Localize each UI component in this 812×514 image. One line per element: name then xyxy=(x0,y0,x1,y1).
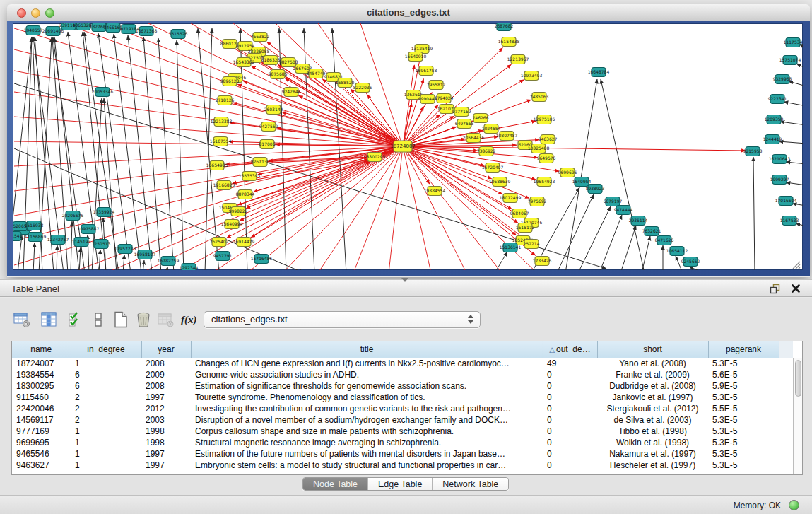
column-header-short[interactable]: short xyxy=(597,341,708,358)
column-header-title[interactable]: title xyxy=(191,341,543,358)
row-height-icon[interactable] xyxy=(89,310,107,329)
table-cell[interactable]: 18300295 xyxy=(12,380,71,392)
column-header-name[interactable]: name xyxy=(12,341,71,358)
table-row[interactable]: 946362711997Embryonic stem cells: a mode… xyxy=(12,460,793,471)
table-row[interactable]: 946554611997Estimation of the future num… xyxy=(12,448,793,460)
table-cell[interactable]: Stergiakouli et al. (2012) xyxy=(597,403,708,414)
float-panel-icon[interactable] xyxy=(770,284,781,294)
table-cell[interactable]: 6 xyxy=(71,380,141,392)
table-cell[interactable]: Franke et al. (2009) xyxy=(597,369,708,380)
table-cell[interactable]: 18724007 xyxy=(12,358,71,369)
table-cell[interactable]: 2008 xyxy=(141,380,191,392)
table-row[interactable]: 1456911722003Disruption of a novel membe… xyxy=(12,414,793,426)
column-header-out_de[interactable]: △out_de… xyxy=(543,341,597,358)
table-cell[interactable]: 0 xyxy=(543,369,597,380)
table-cell[interactable]: Genome-wide association studies in ADHD. xyxy=(191,369,543,380)
table-cell[interactable]: Changes of HCN gene expression and I(f) … xyxy=(191,358,543,369)
table-cell[interactable]: 5.3E-5 xyxy=(708,392,779,403)
table-cell[interactable]: Disruption of a novel member of a sodium… xyxy=(191,414,543,426)
table-select-dropdown[interactable]: citations_edges.txt xyxy=(204,311,481,328)
table-cell[interactable]: Estimation of significance thresholds fo… xyxy=(191,380,543,392)
table-row[interactable]: 2242004622012Investigating the contribut… xyxy=(12,403,793,414)
table-cell[interactable]: Investigating the contribution of common… xyxy=(191,403,543,414)
panel-divider-handle[interactable] xyxy=(401,278,408,282)
close-panel-icon[interactable] xyxy=(791,284,801,293)
table-cell[interactable]: 1 xyxy=(71,437,141,448)
table-cell[interactable]: 9463627 xyxy=(12,460,71,471)
table-cell[interactable]: 19384554 xyxy=(12,369,71,380)
table-cell[interactable]: 2009 xyxy=(141,369,191,380)
scrollbar-thumb[interactable] xyxy=(795,360,801,397)
column-header-year[interactable]: year xyxy=(141,341,191,358)
table-cell[interactable]: 5.3E-5 xyxy=(708,414,779,426)
network-canvas[interactable]: 1872400788601288912954232260589827503818… xyxy=(13,23,803,270)
table-cell[interactable]: Dudbridge et al. (2008) xyxy=(597,380,708,392)
table-cell[interactable]: 1997 xyxy=(141,460,191,471)
column-header-pagerank[interactable]: pagerank xyxy=(708,341,779,358)
table-cell[interactable]: 0 xyxy=(543,392,597,403)
table-row[interactable]: 1938455462009Genome-wide association stu… xyxy=(12,369,793,380)
table-cell[interactable]: 2012 xyxy=(141,403,191,414)
table-cell[interactable]: Corpus callosum shape and size in male p… xyxy=(191,426,543,437)
memory-status-icon[interactable] xyxy=(789,500,799,510)
table-cell[interactable]: 9465546 xyxy=(12,448,71,460)
table-cell[interactable]: 1998 xyxy=(141,437,191,448)
table-cell[interactable]: Jankovic et al. (1997) xyxy=(597,392,708,403)
table-cell[interactable]: 5.6E-5 xyxy=(708,369,779,380)
table-cell[interactable]: Yano et al. (2008) xyxy=(597,358,708,369)
select-columns-icon[interactable] xyxy=(66,310,85,329)
tab-network-table[interactable]: Network Table xyxy=(433,478,508,490)
table-cell[interactable]: 2 xyxy=(71,414,141,426)
table-cell[interactable]: 1 xyxy=(71,358,141,369)
table-cell[interactable]: 5.3E-5 xyxy=(708,437,779,448)
table-cell[interactable]: 9699695 xyxy=(12,437,71,448)
table-cell[interactable]: 1998 xyxy=(141,426,191,437)
table-cell[interactable]: 5.3E-5 xyxy=(708,358,779,369)
table-cell[interactable]: Embryonic stem cells: a model to study s… xyxy=(191,460,543,471)
table-row[interactable]: 1872400712008Changes of HCN gene express… xyxy=(12,358,793,369)
tab-edge-table[interactable]: Edge Table xyxy=(368,478,433,490)
table-cell[interactable]: 9777169 xyxy=(12,426,71,437)
resize-grip[interactable] xyxy=(791,259,802,269)
table-cell[interactable]: 2 xyxy=(71,403,141,414)
table-cell[interactable]: Wolkin et al. (1998) xyxy=(597,437,708,448)
table-cell[interactable]: 49 xyxy=(543,358,597,369)
table-cell[interactable]: 5.3E-5 xyxy=(708,460,779,471)
table-cell[interactable]: 0 xyxy=(543,403,597,414)
table-cell[interactable]: 0 xyxy=(543,380,597,392)
function-builder-icon[interactable]: f(x) xyxy=(181,310,199,329)
table-cell[interactable]: 0 xyxy=(543,460,597,471)
table-cell[interactable]: Nakamura et al. (1997) xyxy=(597,448,708,460)
column-header-in_degree[interactable]: in_degree xyxy=(71,341,141,358)
table-cell[interactable]: 14569117 xyxy=(12,414,71,426)
table-cell[interactable]: Hescheler et al. (1997) xyxy=(597,460,708,471)
tab-node-table[interactable]: Node Table xyxy=(303,478,368,490)
table-cell[interactable]: 1997 xyxy=(141,392,191,403)
table-cell[interactable]: 0 xyxy=(543,414,597,426)
table-cell[interactable]: 1 xyxy=(71,426,141,437)
vertical-scrollbar[interactable] xyxy=(793,358,802,474)
table-cell[interactable]: 22420046 xyxy=(12,403,71,414)
table-cell[interactable]: Structural magnetic resonance image aver… xyxy=(191,437,543,448)
window-titlebar[interactable]: citations_edges.txt xyxy=(7,4,810,21)
table-cell[interactable]: 5.5E-5 xyxy=(708,403,779,414)
table-cell[interactable]: 1 xyxy=(71,460,141,471)
table-cell[interactable]: 6 xyxy=(71,369,141,380)
table-cell[interactable]: de Silva et al. (2003) xyxy=(597,414,708,426)
table-cell[interactable]: 0 xyxy=(543,426,597,437)
table-cell[interactable]: 5.9E-5 xyxy=(708,380,779,392)
table-cell[interactable]: 5.3E-5 xyxy=(708,448,779,460)
table-cell[interactable]: Tibbo et al. (1998) xyxy=(597,426,708,437)
table-row[interactable]: 911546021997Tourette syndrome. Phenomeno… xyxy=(12,392,793,403)
table-cell[interactable]: 2 xyxy=(71,392,141,403)
table-row[interactable]: 969969511998Structural magnetic resonanc… xyxy=(12,437,793,448)
table-cell[interactable]: 1997 xyxy=(141,448,191,460)
delete-columns-icon[interactable] xyxy=(134,310,153,329)
table-cell[interactable]: 5.3E-5 xyxy=(708,426,779,437)
show-columns-icon[interactable] xyxy=(40,310,58,329)
table-row[interactable]: 977716911998Corpus callosum shape and si… xyxy=(12,426,793,437)
table-cell[interactable]: Tourette syndrome. Phenomenology and cla… xyxy=(191,392,543,403)
table-cell[interactable]: Estimation of the future numbers of pati… xyxy=(191,448,543,460)
create-column-icon[interactable] xyxy=(112,310,130,329)
table-cell[interactable]: 0 xyxy=(543,437,597,448)
